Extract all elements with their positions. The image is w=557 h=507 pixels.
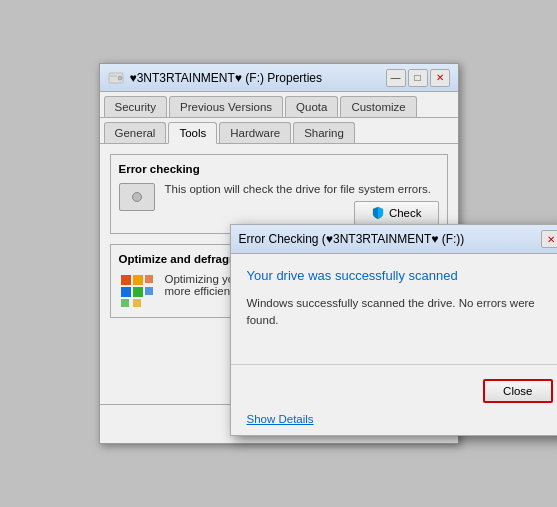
properties-window: ♥3NT3RTAINMENT♥ (F:) Properties — □ ✕ Se… [99,63,459,444]
dialog-separator [231,364,558,365]
dialog-success-text: Your drive was successfully scanned [247,268,553,283]
dialog-overlay: Error Checking (♥3NT3RTAINMENT♥ (F:)) ✕ … [100,64,458,443]
dialog-close-title-button[interactable]: ✕ [541,230,558,248]
dialog-close-button[interactable]: Close [483,379,552,403]
dialog-title-bar: Error Checking (♥3NT3RTAINMENT♥ (F:)) ✕ [231,225,558,254]
dialog-body-text: Windows successfully scanned the drive. … [247,295,553,330]
dialog-footer: Close [231,373,558,413]
show-details-link[interactable]: Show Details [231,413,558,435]
dialog-content: Your drive was successfully scanned Wind… [231,254,558,364]
error-checking-dialog: Error Checking (♥3NT3RTAINMENT♥ (F:)) ✕ … [230,224,558,436]
dialog-title: Error Checking (♥3NT3RTAINMENT♥ (F:)) [239,232,465,246]
